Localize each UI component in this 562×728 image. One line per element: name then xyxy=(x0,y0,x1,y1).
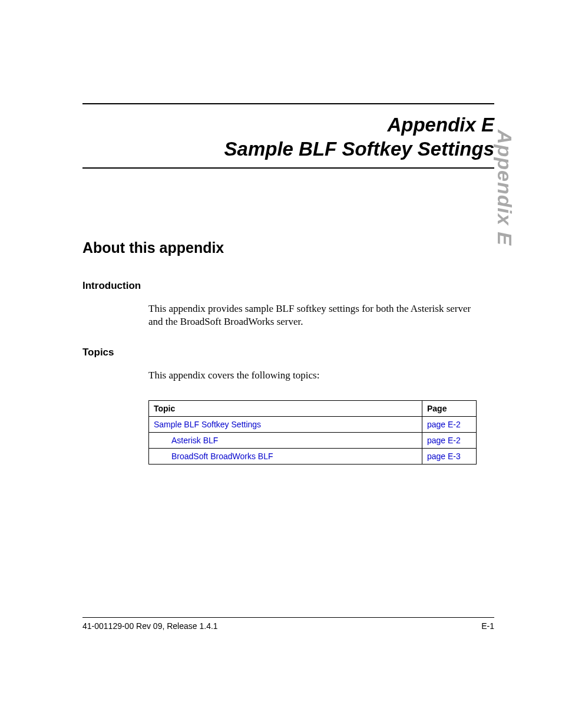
page-link[interactable]: page E-3 xyxy=(427,452,461,461)
table-header-row: Topic Page xyxy=(149,401,477,417)
topic-link[interactable]: Asterisk BLF xyxy=(154,436,218,445)
table-row: Sample BLF Softkey Settings page E-2 xyxy=(149,417,477,433)
topics-heading: Topics xyxy=(82,347,494,358)
top-rule xyxy=(82,103,494,104)
side-tab-label: Appendix E xyxy=(493,130,516,246)
footer-doc-id: 41-001129-00 Rev 09, Release 1.4.1 xyxy=(82,621,218,631)
page-container: Appendix E Sample BLF Softkey Settings A… xyxy=(0,0,562,728)
footer-rule xyxy=(82,617,494,618)
topic-link[interactable]: BroadSoft BroadWorks BLF xyxy=(154,452,273,461)
introduction-heading: Introduction xyxy=(82,280,494,292)
page-link[interactable]: page E-2 xyxy=(427,420,461,429)
topics-table: Topic Page Sample BLF Softkey Settings p… xyxy=(148,400,477,465)
appendix-label: Appendix E xyxy=(82,113,494,137)
page-footer: 41-001129-00 Rev 09, Release 1.4.1 E-1 xyxy=(82,617,494,631)
table-row: BroadSoft BroadWorks BLF page E-3 xyxy=(149,449,477,465)
footer-row: 41-001129-00 Rev 09, Release 1.4.1 E-1 xyxy=(82,621,494,631)
footer-page-number: E-1 xyxy=(481,621,494,631)
page-link[interactable]: page E-2 xyxy=(427,436,461,445)
spacing xyxy=(82,169,494,239)
table-row: Asterisk BLF page E-2 xyxy=(149,433,477,449)
title-block: Appendix E Sample BLF Softkey Settings xyxy=(82,113,494,162)
topics-body: This appendix covers the following topic… xyxy=(148,369,478,383)
section-heading: About this appendix xyxy=(82,239,494,256)
topic-link[interactable]: Sample BLF Softkey Settings xyxy=(154,420,261,429)
col-header-page: Page xyxy=(422,401,477,417)
col-header-topic: Topic xyxy=(149,401,422,417)
introduction-body: This appendix provides sample BLF softke… xyxy=(148,302,478,330)
appendix-title: Sample BLF Softkey Settings xyxy=(82,137,494,161)
